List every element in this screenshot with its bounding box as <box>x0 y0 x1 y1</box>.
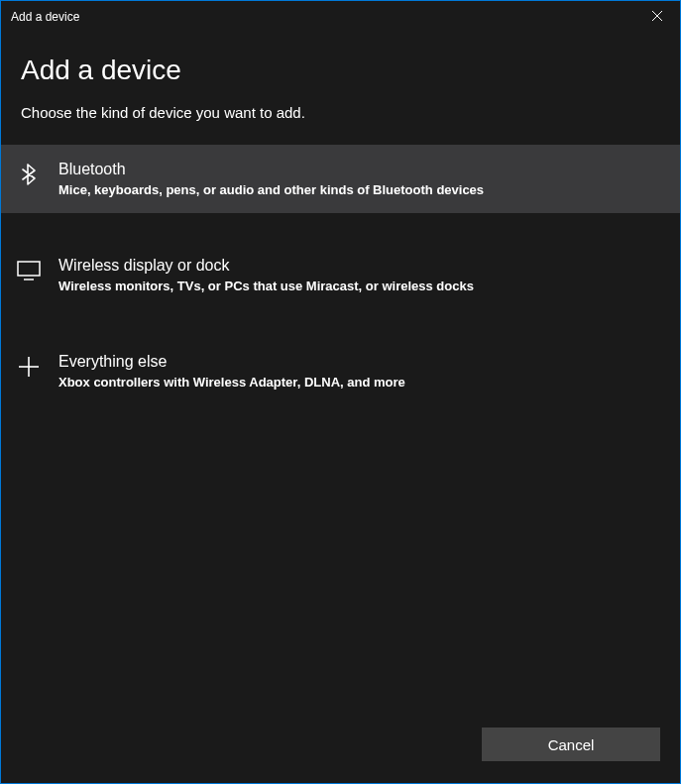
svg-rect-0 <box>18 262 40 276</box>
titlebar: Add a device <box>1 1 680 33</box>
option-title: Everything else <box>58 353 660 371</box>
header: Add a device Choose the kind of device y… <box>1 33 680 131</box>
option-desc: Mice, keyboards, pens, or audio and othe… <box>58 182 660 197</box>
spacer <box>1 433 680 728</box>
option-everything-else[interactable]: Everything else Xbox controllers with Wi… <box>1 337 680 405</box>
option-desc: Wireless monitors, TVs, or PCs that use … <box>58 279 660 293</box>
option-bluetooth[interactable]: Bluetooth Mice, keyboards, pens, or audi… <box>1 145 680 213</box>
plus-icon <box>17 355 41 379</box>
bluetooth-icon <box>17 163 41 186</box>
option-desc: Xbox controllers with Wireless Adapter, … <box>58 375 660 390</box>
close-button[interactable] <box>634 1 680 33</box>
cancel-button[interactable]: Cancel <box>482 728 660 761</box>
window-title: Add a device <box>11 10 79 24</box>
page-subheading: Choose the kind of device you want to ad… <box>21 104 660 121</box>
option-text: Wireless display or dock Wireless monito… <box>58 257 660 293</box>
add-device-window: Add a device Add a device Choose the kin… <box>1 1 680 783</box>
option-wireless-display[interactable]: Wireless display or dock Wireless monito… <box>1 241 680 309</box>
footer: Cancel <box>1 728 680 783</box>
option-text: Bluetooth Mice, keyboards, pens, or audi… <box>58 161 660 197</box>
content: Add a device Choose the kind of device y… <box>1 33 680 783</box>
close-icon <box>652 10 662 24</box>
page-heading: Add a device <box>21 55 660 86</box>
option-title: Wireless display or dock <box>58 257 660 275</box>
options-list: Bluetooth Mice, keyboards, pens, or audi… <box>1 145 680 433</box>
option-title: Bluetooth <box>58 161 660 178</box>
display-icon <box>17 259 41 282</box>
option-text: Everything else Xbox controllers with Wi… <box>58 353 660 390</box>
